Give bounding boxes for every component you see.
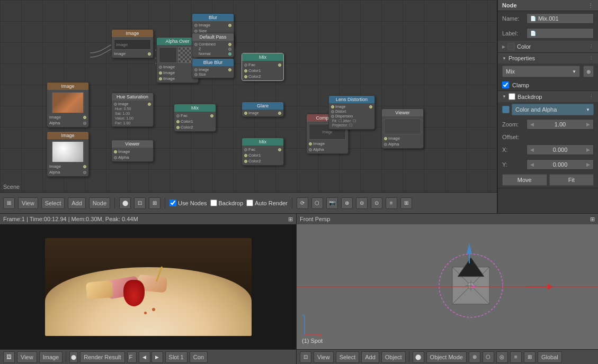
use-nodes-check[interactable]: Use Nodes	[169, 199, 207, 206]
icon8[interactable]: ⊖	[356, 197, 368, 209]
select-btn-vp[interactable]: Select	[336, 351, 360, 363]
socket-output	[83, 116, 86, 119]
zoom-input[interactable]: ◀ 1.00 ▶	[526, 119, 594, 130]
color-alpha-dropdown[interactable]: Color and Alpha ▼	[512, 104, 594, 115]
image-content[interactable]	[0, 224, 296, 349]
color-block[interactable]	[507, 43, 515, 50]
viewport-expand[interactable]: ⊞	[590, 216, 595, 223]
icon4[interactable]: ⟳	[297, 197, 308, 209]
viewer-icon[interactable]: 🖼	[3, 351, 15, 363]
socket-out	[228, 43, 231, 46]
move-btn[interactable]: Move	[502, 174, 547, 186]
name-input[interactable]: 📄 Mix.001	[526, 13, 594, 24]
view-btn-iv[interactable]: View	[17, 351, 37, 363]
node-blue-blur[interactable]: Blue Blur Image Size	[192, 58, 234, 78]
auto-render-check[interactable]: Auto Render	[246, 199, 288, 206]
socket-out	[369, 105, 372, 108]
add-btn-vp[interactable]: Add	[361, 351, 379, 363]
socket-size: Size	[194, 72, 231, 77]
node-socket-alpha: Alpha	[49, 169, 86, 175]
render-result-btn[interactable]: Render Result	[80, 351, 124, 363]
icon2[interactable]: ⊡	[134, 197, 146, 209]
icon-vp1[interactable]: ⬤	[413, 351, 424, 363]
color-section-header[interactable]: ▶ Color ⋮	[498, 41, 598, 52]
backdrop-toggle[interactable]	[508, 93, 515, 100]
object-btn-vp[interactable]: Object	[381, 351, 406, 363]
icon-vp4[interactable]: ◎	[496, 351, 508, 363]
clamp-checkbox[interactable]	[502, 81, 509, 88]
arr-l[interactable]: ◀	[139, 351, 150, 363]
backdrop-section: ▼ Backdrop ⋮ Color and Alpha ▼ Zoom:	[498, 91, 598, 188]
label-input[interactable]: 📄	[526, 28, 594, 39]
icon3[interactable]: ⊞	[149, 197, 160, 209]
backdrop-input[interactable]	[210, 199, 217, 206]
node-title: Default Pass	[192, 33, 234, 41]
node-socket: Image	[49, 114, 86, 120]
y-input[interactable]: ◀ 0.000 ▶	[526, 159, 594, 170]
expand-btn[interactable]: ⊞	[288, 216, 293, 223]
icon6[interactable]: 📷	[326, 197, 338, 209]
icon-vp3[interactable]: ⬡	[483, 351, 494, 363]
auto-render-input[interactable]	[246, 199, 253, 206]
arr-r[interactable]: ▶	[151, 351, 163, 363]
node-editor-icon[interactable]: ⊞	[3, 197, 15, 209]
x-value: 0.000	[553, 147, 568, 153]
icon10[interactable]: ≡	[386, 197, 397, 209]
f-btn[interactable]: F	[127, 351, 137, 363]
use-nodes-input[interactable]	[169, 199, 176, 206]
vp-icon[interactable]: ⊡	[300, 351, 311, 363]
icon5[interactable]: ⬡	[311, 197, 323, 209]
y-label: Y:	[502, 161, 523, 168]
con-btn[interactable]: Con	[190, 351, 208, 363]
view-btn-vp[interactable]: View	[314, 351, 334, 363]
socket-output	[83, 165, 86, 168]
mix-dropdown[interactable]: Mix ▼	[502, 66, 580, 77]
node-viewer[interactable]: Viewer Image Alpha	[111, 140, 154, 162]
node-render-top[interactable]: Image Image Image	[111, 29, 154, 58]
object-mode-btn[interactable]: Object Mode	[426, 351, 467, 363]
icon7[interactable]: ⊕	[341, 197, 353, 209]
red-h-line	[297, 287, 598, 287]
node-mix-middle[interactable]: Mix Fac Color1 Color2	[174, 104, 216, 132]
backdrop-section-header[interactable]: ▼ Backdrop ⋮	[498, 91, 598, 102]
icon1[interactable]: ⬤	[119, 197, 131, 209]
x-input[interactable]: ◀ 0.000 ▶	[526, 144, 594, 155]
image-btn[interactable]: Image	[39, 351, 63, 363]
global-btn[interactable]: Global	[538, 351, 562, 363]
socket-out	[228, 24, 231, 27]
viewport-content[interactable]: (1) Spot Z X	[297, 224, 598, 349]
node-viewer2[interactable]: Viewer Image Alpha	[381, 108, 424, 149]
icon-vp5[interactable]: ≡	[510, 351, 522, 363]
node-glare[interactable]: Glare Image	[242, 102, 284, 117]
node-lens-dist[interactable]: Lens Distortion Image Distort	[328, 95, 375, 130]
icon11[interactable]: ⊞	[400, 197, 412, 209]
slot-btn[interactable]: Slot 1	[165, 351, 188, 363]
node-filter[interactable]: Default Pass Combined Z Normal	[192, 33, 234, 58]
node-image-food[interactable]: Image Image Alpha	[47, 82, 89, 128]
add-btn[interactable]: Add	[68, 197, 86, 209]
zoom-row: Zoom: ◀ 1.00 ▶	[498, 117, 598, 132]
select-btn[interactable]: Select	[41, 197, 65, 209]
icon9[interactable]: ⊙	[371, 197, 382, 209]
color-alpha-icon	[502, 106, 510, 113]
icon-vp2[interactable]: ⊕	[469, 351, 480, 363]
image-viewer: Frame:1 | Time:00:12.94 | Mem:0.30M, Pea…	[0, 214, 297, 364]
dot-menu[interactable]: ⋮	[588, 3, 594, 8]
icon-vp6[interactable]: ⊞	[524, 351, 535, 363]
properties-section-header[interactable]: ▼ Properties ⋮	[498, 53, 598, 63]
frame-info: Frame:1 | Time:00:12.94 | Mem:0.30M, Pea…	[3, 216, 138, 222]
node-mix-right[interactable]: Mix Fac Color1 Color2	[242, 138, 284, 166]
backdrop-check[interactable]: Backdrop	[210, 199, 243, 206]
fit-btn[interactable]: Fit	[549, 174, 594, 186]
node-title: Lens Distortion	[329, 96, 374, 103]
node-blur2[interactable]: Hue Saturation Image Hue: 0.50 Sat: 1.00…	[111, 93, 154, 127]
socket-alpha	[83, 122, 86, 125]
node-btn[interactable]: Node	[89, 197, 110, 209]
view-btn[interactable]: View	[18, 197, 38, 209]
icon-r[interactable]: ⬤	[69, 351, 78, 363]
sep	[66, 352, 66, 362]
mix-extra-btn[interactable]: ⊕	[583, 66, 594, 77]
node-canvas[interactable]: Image Image Alpha	[0, 0, 497, 192]
node-mix-selected[interactable]: Mix Fac Color1 Color2	[242, 53, 284, 81]
node-image-ball[interactable]: Image Image Alpha	[47, 131, 89, 177]
